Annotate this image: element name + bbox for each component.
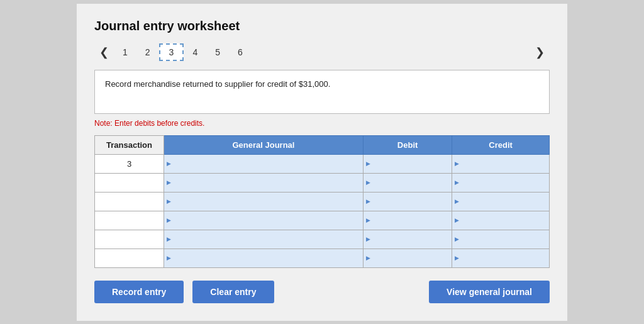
- table-row: 3: [95, 154, 550, 173]
- table-row: [95, 249, 550, 267]
- description-text: Record merchandise returned to supplier …: [105, 79, 330, 89]
- note-text: Note: Enter debits before credits.: [94, 119, 550, 128]
- debit-cell-6[interactable]: [363, 249, 452, 267]
- debit-cell-4[interactable]: [363, 211, 452, 230]
- credit-cell-3[interactable]: [452, 192, 550, 211]
- journal-cell-3[interactable]: [164, 192, 364, 211]
- table-row: [95, 173, 550, 192]
- tab-5[interactable]: 5: [206, 45, 229, 60]
- record-entry-button[interactable]: Record entry: [94, 281, 184, 303]
- transaction-cell-5[interactable]: [95, 230, 164, 249]
- tab-6[interactable]: 6: [229, 45, 252, 60]
- journal-cell-5[interactable]: [164, 230, 364, 249]
- transaction-cell-4[interactable]: [95, 211, 164, 230]
- page-title: Journal entry worksheet: [94, 19, 550, 33]
- credit-cell-2[interactable]: [452, 173, 550, 192]
- prev-arrow[interactable]: ❮: [94, 44, 114, 60]
- journal-table: Transaction General Journal Debit Credit…: [94, 135, 550, 268]
- transaction-cell-6[interactable]: [95, 249, 164, 267]
- debit-cell-3[interactable]: [363, 192, 452, 211]
- tab-navigation: ❮ 1 2 3 4 5 6 ❯: [94, 43, 550, 61]
- tab-2[interactable]: 2: [136, 45, 159, 60]
- col-header-credit: Credit: [452, 135, 550, 154]
- transaction-cell-3[interactable]: [95, 192, 164, 211]
- col-header-debit: Debit: [363, 135, 452, 154]
- debit-cell-2[interactable]: [363, 173, 452, 192]
- tab-4[interactable]: 4: [184, 45, 206, 60]
- table-row: [95, 192, 550, 211]
- credit-cell-4[interactable]: [452, 211, 550, 230]
- transaction-cell-1[interactable]: 3: [95, 154, 164, 173]
- credit-cell-1[interactable]: [452, 154, 550, 173]
- journal-cell-1[interactable]: [164, 154, 364, 173]
- tab-3[interactable]: 3: [159, 43, 184, 61]
- journal-cell-6[interactable]: [164, 249, 364, 267]
- description-box: Record merchandise returned to supplier …: [94, 70, 550, 114]
- footer-buttons: Record entry Clear entry View general jo…: [94, 281, 550, 303]
- transaction-cell-2[interactable]: [95, 173, 164, 192]
- worksheet-container: Journal entry worksheet ❮ 1 2 3 4 5 6 ❯ …: [77, 4, 567, 321]
- footer-left-buttons: Record entry Clear entry: [94, 281, 274, 303]
- debit-cell-5[interactable]: [363, 230, 452, 249]
- clear-entry-button[interactable]: Clear entry: [192, 281, 274, 303]
- journal-cell-4[interactable]: [164, 211, 364, 230]
- table-row: [95, 230, 550, 249]
- journal-cell-2[interactable]: [164, 173, 364, 192]
- credit-cell-5[interactable]: [452, 230, 550, 249]
- table-row: [95, 211, 550, 230]
- col-header-transaction: Transaction: [95, 135, 164, 154]
- debit-cell-1[interactable]: [363, 154, 452, 173]
- credit-cell-6[interactable]: [452, 249, 550, 267]
- view-general-journal-button[interactable]: View general journal: [429, 281, 550, 303]
- col-header-journal: General Journal: [164, 135, 364, 154]
- tab-1[interactable]: 1: [114, 45, 136, 60]
- next-arrow[interactable]: ❯: [530, 44, 550, 60]
